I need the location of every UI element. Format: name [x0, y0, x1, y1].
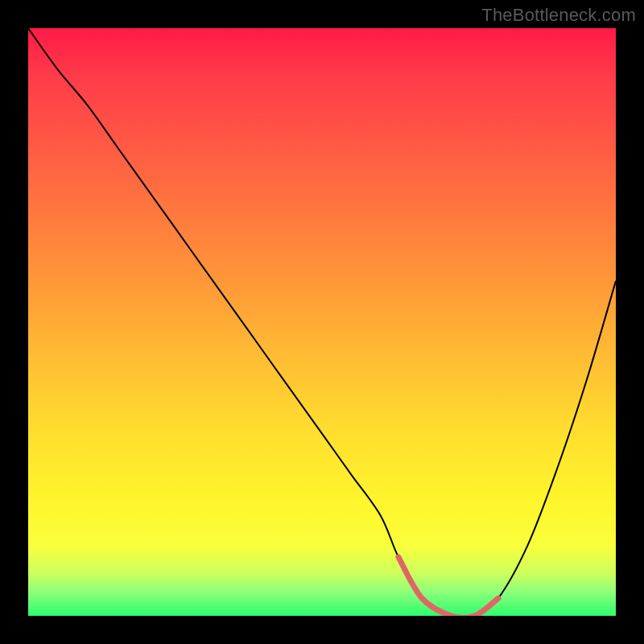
- bottleneck-curve: [28, 28, 616, 616]
- watermark-text: TheBottleneck.com: [481, 5, 636, 26]
- chart-container: TheBottleneck.com: [0, 0, 644, 644]
- valley-highlight: [398, 557, 498, 616]
- chart-svg: [28, 28, 616, 616]
- plot-area: [28, 28, 616, 616]
